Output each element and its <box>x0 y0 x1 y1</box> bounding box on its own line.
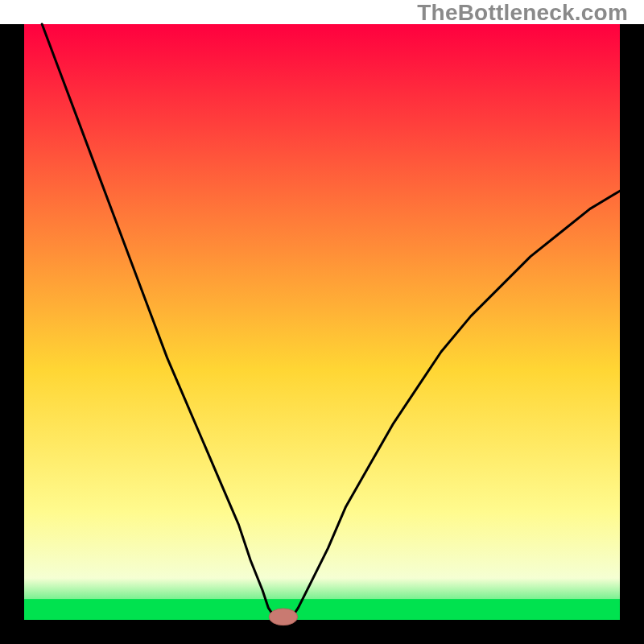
chart-plot-area <box>24 24 620 620</box>
optimal-point-marker <box>269 609 298 625</box>
watermark-text: TheBottleneck.com <box>417 0 628 26</box>
chart-green-band <box>24 599 620 620</box>
bottleneck-chart <box>0 0 644 644</box>
